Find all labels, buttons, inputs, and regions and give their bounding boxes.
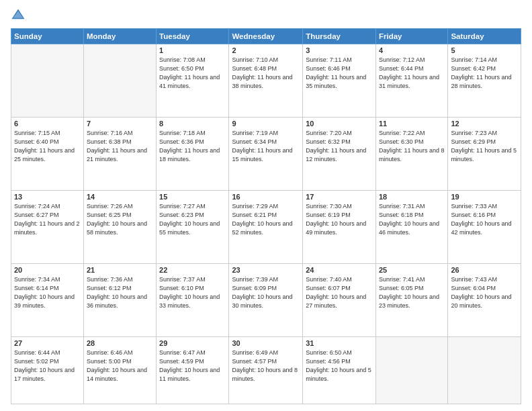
day-number: 28: [87, 339, 153, 347]
day-info: Sunrise: 6:44 AMSunset: 5:02 PMDaylight:…: [14, 349, 81, 383]
calendar-day: 21Sunrise: 7:36 AMSunset: 6:12 PMDayligh…: [83, 264, 156, 337]
day-info: Sunrise: 6:50 AMSunset: 4:56 PMDaylight:…: [306, 349, 373, 383]
day-number: 15: [159, 193, 226, 201]
header-day: Wednesday: [229, 29, 303, 44]
header-day: Tuesday: [157, 29, 229, 44]
calendar-day: 5Sunrise: 7:14 AMSunset: 6:42 PMDaylight…: [448, 44, 521, 118]
day-info: Sunrise: 7:22 AMSunset: 6:30 PMDaylight:…: [379, 129, 445, 164]
day-number: 20: [14, 266, 81, 274]
calendar-day: 23Sunrise: 7:39 AMSunset: 6:09 PMDayligh…: [229, 264, 303, 337]
calendar-week: 13Sunrise: 7:24 AMSunset: 6:27 PMDayligh…: [11, 191, 521, 264]
day-info: Sunrise: 7:11 AMSunset: 6:46 PMDaylight:…: [306, 56, 373, 91]
day-number: 14: [87, 193, 153, 201]
calendar-day: 29Sunrise: 6:47 AMSunset: 4:59 PMDayligh…: [157, 337, 229, 404]
day-info: Sunrise: 7:36 AMSunset: 6:12 PMDaylight:…: [87, 275, 153, 310]
day-number: 11: [379, 120, 445, 128]
calendar-day: 11Sunrise: 7:22 AMSunset: 6:30 PMDayligh…: [375, 118, 447, 191]
day-number: 2: [232, 46, 300, 54]
day-info: Sunrise: 7:12 AMSunset: 6:44 PMDaylight:…: [379, 56, 445, 91]
day-number: 5: [451, 46, 518, 54]
header-row: SundayMondayTuesdayWednesdayThursdayFrid…: [11, 29, 521, 44]
day-info: Sunrise: 7:39 AMSunset: 6:09 PMDaylight:…: [232, 275, 300, 310]
day-number: 1: [159, 46, 226, 54]
logo: [11, 8, 28, 23]
calendar-week: 1Sunrise: 7:08 AMSunset: 6:50 PMDaylight…: [11, 44, 521, 118]
calendar-day: 13Sunrise: 7:24 AMSunset: 6:27 PMDayligh…: [11, 191, 84, 264]
calendar-table: SundayMondayTuesdayWednesdayThursdayFrid…: [11, 28, 521, 404]
day-info: Sunrise: 7:19 AMSunset: 6:34 PMDaylight:…: [232, 129, 300, 164]
header-day: Friday: [375, 29, 447, 44]
day-info: Sunrise: 7:31 AMSunset: 6:18 PMDaylight:…: [379, 202, 445, 237]
day-number: 6: [14, 120, 81, 128]
calendar-day: 25Sunrise: 7:41 AMSunset: 6:05 PMDayligh…: [375, 264, 447, 337]
day-info: Sunrise: 7:30 AMSunset: 6:19 PMDaylight:…: [306, 202, 373, 237]
calendar-day: 8Sunrise: 7:18 AMSunset: 6:36 PMDaylight…: [157, 118, 229, 191]
header-day: Sunday: [11, 29, 84, 44]
day-number: 7: [87, 120, 153, 128]
day-info: Sunrise: 6:46 AMSunset: 5:00 PMDaylight:…: [87, 349, 153, 383]
day-info: Sunrise: 7:16 AMSunset: 6:38 PMDaylight:…: [87, 129, 153, 164]
day-number: 24: [306, 266, 373, 274]
header-day: Monday: [83, 29, 156, 44]
day-number: 12: [451, 120, 518, 128]
day-number: 3: [306, 46, 373, 54]
calendar-day: 15Sunrise: 7:27 AMSunset: 6:23 PMDayligh…: [157, 191, 229, 264]
calendar-day: [448, 337, 521, 404]
calendar-day: 4Sunrise: 7:12 AMSunset: 6:44 PMDaylight…: [375, 44, 447, 118]
day-info: Sunrise: 6:49 AMSunset: 4:57 PMDaylight:…: [232, 349, 300, 383]
day-info: Sunrise: 7:29 AMSunset: 6:21 PMDaylight:…: [232, 202, 300, 237]
calendar-day: 16Sunrise: 7:29 AMSunset: 6:21 PMDayligh…: [229, 191, 303, 264]
day-number: 29: [159, 339, 226, 347]
calendar-day: 28Sunrise: 6:46 AMSunset: 5:00 PMDayligh…: [83, 337, 156, 404]
header-day: Saturday: [448, 29, 521, 44]
day-number: 19: [451, 193, 518, 201]
day-info: Sunrise: 7:20 AMSunset: 6:32 PMDaylight:…: [306, 129, 373, 164]
calendar-day: 27Sunrise: 6:44 AMSunset: 5:02 PMDayligh…: [11, 337, 84, 404]
calendar-day: 19Sunrise: 7:33 AMSunset: 6:16 PMDayligh…: [448, 191, 521, 264]
day-info: Sunrise: 7:37 AMSunset: 6:10 PMDaylight:…: [159, 275, 226, 310]
day-info: Sunrise: 6:47 AMSunset: 4:59 PMDaylight:…: [159, 349, 226, 383]
day-number: 17: [306, 193, 373, 201]
day-info: Sunrise: 7:18 AMSunset: 6:36 PMDaylight:…: [159, 129, 226, 164]
day-info: Sunrise: 7:08 AMSunset: 6:50 PMDaylight:…: [159, 56, 226, 91]
calendar-day: 17Sunrise: 7:30 AMSunset: 6:19 PMDayligh…: [303, 191, 376, 264]
day-number: 21: [87, 266, 153, 274]
calendar-day: 3Sunrise: 7:11 AMSunset: 6:46 PMDaylight…: [303, 44, 376, 118]
day-number: 25: [379, 266, 445, 274]
day-info: Sunrise: 7:24 AMSunset: 6:27 PMDaylight:…: [14, 202, 81, 237]
calendar-day: 14Sunrise: 7:26 AMSunset: 6:25 PMDayligh…: [83, 191, 156, 264]
day-number: 31: [306, 339, 373, 347]
day-number: 8: [159, 120, 226, 128]
logo-icon: [11, 8, 26, 23]
calendar-day: 1Sunrise: 7:08 AMSunset: 6:50 PMDaylight…: [157, 44, 229, 118]
calendar-day: [83, 44, 156, 118]
calendar-day: 26Sunrise: 7:43 AMSunset: 6:04 PMDayligh…: [448, 264, 521, 337]
calendar-day: 7Sunrise: 7:16 AMSunset: 6:38 PMDaylight…: [83, 118, 156, 191]
day-number: 16: [232, 193, 300, 201]
calendar-day: 9Sunrise: 7:19 AMSunset: 6:34 PMDaylight…: [229, 118, 303, 191]
header: [11, 8, 521, 23]
day-number: 27: [14, 339, 81, 347]
calendar-week: 20Sunrise: 7:34 AMSunset: 6:14 PMDayligh…: [11, 264, 521, 337]
calendar-day: 22Sunrise: 7:37 AMSunset: 6:10 PMDayligh…: [157, 264, 229, 337]
header-day: Thursday: [303, 29, 376, 44]
page: SundayMondayTuesdayWednesdayThursdayFrid…: [0, 0, 532, 411]
calendar-day: 30Sunrise: 6:49 AMSunset: 4:57 PMDayligh…: [229, 337, 303, 404]
calendar-day: [375, 337, 447, 404]
day-info: Sunrise: 7:10 AMSunset: 6:48 PMDaylight:…: [232, 56, 300, 91]
day-info: Sunrise: 7:15 AMSunset: 6:40 PMDaylight:…: [14, 129, 81, 164]
day-info: Sunrise: 7:40 AMSunset: 6:07 PMDaylight:…: [306, 275, 373, 310]
day-info: Sunrise: 7:33 AMSunset: 6:16 PMDaylight:…: [451, 202, 518, 237]
day-info: Sunrise: 7:14 AMSunset: 6:42 PMDaylight:…: [451, 56, 518, 91]
calendar-day: 2Sunrise: 7:10 AMSunset: 6:48 PMDaylight…: [229, 44, 303, 118]
calendar-day: 20Sunrise: 7:34 AMSunset: 6:14 PMDayligh…: [11, 264, 84, 337]
calendar-day: 6Sunrise: 7:15 AMSunset: 6:40 PMDaylight…: [11, 118, 84, 191]
day-info: Sunrise: 7:43 AMSunset: 6:04 PMDaylight:…: [451, 275, 518, 310]
day-number: 10: [306, 120, 373, 128]
day-number: 18: [379, 193, 445, 201]
day-info: Sunrise: 7:41 AMSunset: 6:05 PMDaylight:…: [379, 275, 445, 310]
calendar-week: 27Sunrise: 6:44 AMSunset: 5:02 PMDayligh…: [11, 337, 521, 404]
day-number: 4: [379, 46, 445, 54]
calendar-day: 10Sunrise: 7:20 AMSunset: 6:32 PMDayligh…: [303, 118, 376, 191]
calendar-day: 18Sunrise: 7:31 AMSunset: 6:18 PMDayligh…: [375, 191, 447, 264]
